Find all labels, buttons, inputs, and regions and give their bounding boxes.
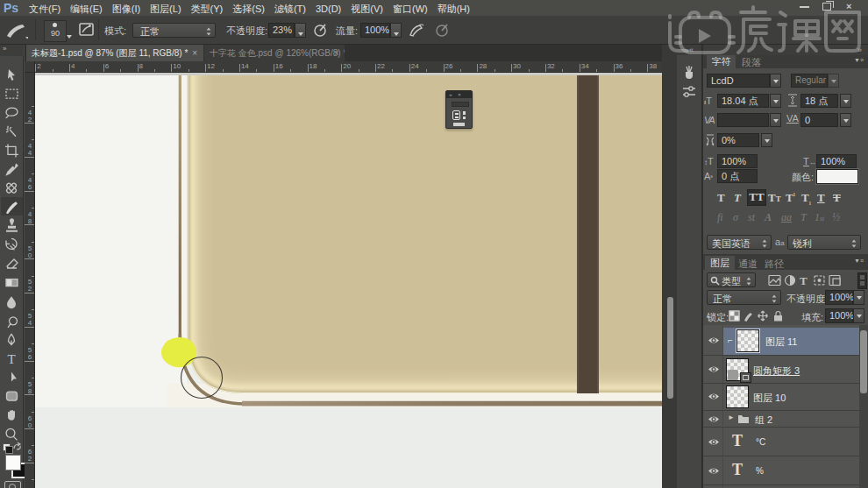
svg-text:T: T bbox=[8, 352, 16, 366]
svg-text:T: T bbox=[800, 274, 808, 286]
